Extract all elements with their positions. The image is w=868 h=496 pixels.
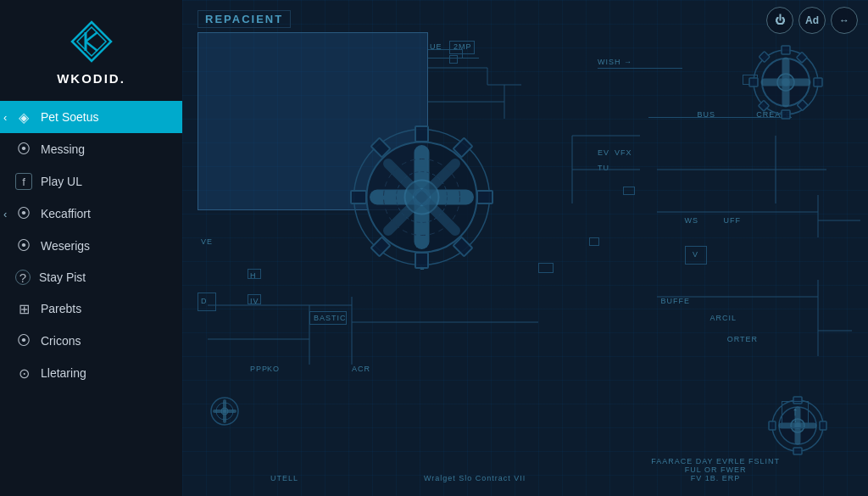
nav-label-play-ul: Play UL: [41, 175, 82, 188]
nav-icon-cricons: ⦿: [15, 332, 32, 349]
nav-label-cricons: Cricons: [41, 334, 81, 348]
sidebar-item-messing[interactable]: ⦿ Messing: [0, 133, 182, 165]
main-content: ⏻ Ad ↔ REPACIENT UE 2MP WISH → BUS CREAT…: [182, 0, 868, 496]
nav-label-pet-soetus: Pet Soetus: [41, 110, 99, 124]
bottom-label-utell: UTELL: [270, 474, 298, 482]
nav-icon-messing: ⦿: [15, 141, 32, 158]
logo-area: WKODID.: [0, 0, 182, 101]
sidebar-item-cricons[interactable]: ⦿ Cricons: [0, 325, 182, 357]
nav-label-kecaffiort: Kecaffiort: [41, 207, 91, 220]
nav-icon-kecaffiort: ⦿: [15, 205, 32, 222]
sub-arrow-icon: ‹: [3, 208, 7, 220]
ad-button[interactable]: Ad: [798, 7, 826, 34]
active-arrow-icon: ‹: [3, 111, 7, 124]
nav-list: ‹ ◈ Pet Soetus ⦿ Messing f Play UL ‹ ⦿ K…: [0, 101, 182, 496]
nav-label-stay-pist: Stay Pist: [39, 270, 86, 284]
power-button[interactable]: ⏻: [766, 7, 793, 34]
top-right-buttons: ⏻ Ad ↔: [766, 7, 858, 34]
sidebar: WKODID. ‹ ◈ Pet Soetus ⦿ Messing f Play …: [0, 0, 182, 496]
nav-icon-lletaring: ⊙: [15, 365, 32, 382]
bottom-labels: UTELL Wralget Slo Contract VII FAARACE D…: [182, 457, 868, 482]
nav-label-lletaring: Lletaring: [41, 366, 86, 380]
fullscreen-button[interactable]: ↔: [831, 7, 858, 34]
svg-line-4: [86, 42, 97, 51]
nav-icon-parebts: ⊞: [15, 300, 32, 317]
bp-sbox-3: [623, 187, 635, 195]
blueprint-content: REPACIENT UE 2MP WISH → BUS CREATE EV VF…: [182, 0, 868, 496]
nav-icon-pet-soetus: ◈: [15, 109, 32, 125]
bottom-label-wralget: Wralget Slo Contract VII: [424, 474, 526, 482]
svg-line-3: [86, 32, 97, 42]
sidebar-item-lletaring[interactable]: ⊙ Lletaring: [0, 357, 182, 389]
sidebar-item-parebts[interactable]: ⊞ Parebts: [0, 293, 182, 325]
sidebar-item-pet-soetus[interactable]: ‹ ◈ Pet Soetus: [0, 101, 182, 133]
small-gear-bottom-left: [208, 394, 242, 428]
nav-label-weserigs: Weserigs: [41, 239, 90, 253]
nav-icon-weserigs: ⦿: [15, 237, 32, 254]
bp-sbox-1: [538, 263, 554, 273]
sidebar-item-play-ul[interactable]: f Play UL: [0, 165, 182, 198]
app-logo: [69, 19, 114, 64]
sidebar-item-kecaffiort[interactable]: ‹ ⦿ Kecaffiort: [0, 198, 182, 230]
nav-label-parebts: Parebts: [41, 302, 81, 315]
circuit-lines: [182, 0, 868, 496]
nav-icon-play-ul: f: [15, 173, 32, 190]
bp-sbox-2: [589, 237, 599, 246]
bottom-label-faarace: FAARACE DAY EVRLE FSLINT FUL OR FWER FV …: [651, 457, 780, 482]
app-title: WKODID.: [57, 71, 125, 86]
nav-icon-stay-pist: ?: [15, 270, 31, 285]
sidebar-item-stay-pist[interactable]: ? Stay Pist: [0, 262, 182, 293]
nav-label-messing: Messing: [41, 142, 85, 156]
sidebar-item-weserigs[interactable]: ⦿ Weserigs: [0, 230, 182, 262]
